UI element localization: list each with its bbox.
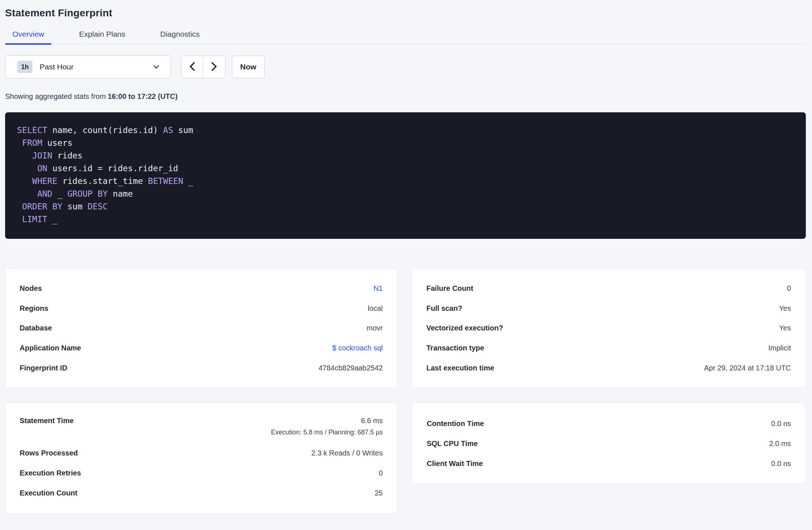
time-step-group xyxy=(181,56,225,78)
row-fingerprint-id: Fingerprint ID 4784cb829aab2542 xyxy=(20,358,383,378)
sql-line: FROM users xyxy=(17,137,794,149)
aggregation-summary-range: 16:00 to 17:22 (UTC) xyxy=(108,92,177,100)
stat-label: Database xyxy=(20,324,52,332)
time-range-dropdown[interactable]: 1h Past Hour xyxy=(5,55,171,79)
tab-explain-plans[interactable]: Explain Plans xyxy=(72,30,133,44)
statement-time-values: 6.6 ms Execution: 5.8 ms / Planning: 687… xyxy=(271,414,383,438)
tab-bar: Overview Explain Plans Diagnostics xyxy=(5,30,806,44)
sql-line: ON users.id = rides.rider_id xyxy=(17,162,794,175)
stat-value: movr xyxy=(367,324,383,332)
tab-overview[interactable]: Overview xyxy=(5,30,52,44)
stat-subvalue: Execution: 5.8 ms / Planning: 687.5 µs xyxy=(271,427,383,438)
chevron-left-icon xyxy=(189,62,195,72)
node-link[interactable]: N1 xyxy=(373,284,383,293)
stat-label: Statement Time xyxy=(20,414,74,427)
stat-label: SQL CPU Time xyxy=(427,439,478,448)
row-failure-count: Failure Count 0 xyxy=(426,278,791,298)
sql-line: LIMIT _ xyxy=(17,213,794,226)
stat-label: Last execution time xyxy=(426,364,494,372)
stat-value: 0.0 ns xyxy=(771,419,791,428)
sql-code: SELECT name, count(rides.id) AS sum FROM… xyxy=(17,124,794,226)
card-execution-attributes: Failure Count 0 Full scan? Yes Vectorize… xyxy=(412,268,806,388)
row-regions: Regions local xyxy=(20,298,383,318)
stat-label: Contention Time xyxy=(427,419,484,428)
row-contention-time: Contention Time 0.0 ns xyxy=(427,414,791,434)
row-sql-cpu-time: SQL CPU Time 2.0 ms xyxy=(427,434,791,454)
card-statement-details: Nodes N1 Regions local Database movr App… xyxy=(5,268,398,388)
stat-value: 2.0 ms xyxy=(769,439,791,448)
stat-value: 0 xyxy=(379,469,383,477)
sql-line: WHERE rides.start_time BETWEEN _ xyxy=(17,175,794,188)
stat-value: Yes xyxy=(779,304,791,313)
app-name-link[interactable]: $ cockroach sql xyxy=(332,344,383,352)
cards-row-bottom: Statement Time 6.6 ms Execution: 5.8 ms … xyxy=(5,402,806,514)
chevron-right-icon xyxy=(211,62,217,72)
now-button[interactable]: Now xyxy=(232,56,265,78)
sql-line: ORDER BY sum DESC xyxy=(17,200,794,213)
stat-label: Failure Count xyxy=(426,284,473,293)
stat-value: 0 xyxy=(787,284,791,293)
card-statement-timings: Statement Time 6.6 ms Execution: 5.8 ms … xyxy=(5,402,398,514)
next-time-button[interactable] xyxy=(203,56,225,78)
stat-label: Execution Count xyxy=(20,489,77,497)
time-range-label: Past Hour xyxy=(40,63,73,71)
row-database: Database movr xyxy=(20,318,383,338)
time-range-badge: 1h xyxy=(17,61,32,73)
aggregation-summary-prefix: Showing aggregated stats from xyxy=(5,92,108,100)
row-execution-count: Execution Count 25 xyxy=(20,483,383,503)
stat-value: 25 xyxy=(375,489,383,497)
stat-value: Yes xyxy=(779,324,791,332)
card-wait-times: Contention Time 0.0 ns SQL CPU Time 2.0 … xyxy=(412,402,806,484)
aggregation-summary: Showing aggregated stats from 16:00 to 1… xyxy=(5,92,806,101)
stat-label: Nodes xyxy=(20,284,42,293)
row-statement-time: Statement Time 6.6 ms Execution: 5.8 ms … xyxy=(20,414,383,438)
row-vectorized: Vectorized execution? Yes xyxy=(426,318,791,338)
sql-line: SELECT name, count(rides.id) AS sum xyxy=(17,124,794,137)
page-title: Statement Fingerprint xyxy=(5,7,806,19)
stat-value: Implicit xyxy=(768,344,791,352)
stat-label: Fingerprint ID xyxy=(20,364,67,372)
row-full-scan: Full scan? Yes xyxy=(426,298,791,318)
sql-line: JOIN rides xyxy=(17,149,794,162)
stat-value: 6.6 ms xyxy=(271,414,383,427)
stat-value: 2.3 k Reads / 0 Writes xyxy=(311,449,383,457)
stat-label: Vectorized execution? xyxy=(426,324,503,332)
row-rows-processed: Rows Processed 2.3 k Reads / 0 Writes xyxy=(20,443,383,463)
row-last-execution-time: Last execution time Apr 29, 2024 at 17:1… xyxy=(426,358,791,378)
row-application-name: Application Name $ cockroach sql xyxy=(20,338,383,358)
statement-fingerprint-page: Statement Fingerprint Overview Explain P… xyxy=(0,0,812,530)
stat-label: Full scan? xyxy=(426,304,462,313)
tab-diagnostics[interactable]: Diagnostics xyxy=(153,30,207,44)
cards-row-top: Nodes N1 Regions local Database movr App… xyxy=(5,268,806,388)
stat-value: Apr 29, 2024 at 17:18 UTC xyxy=(704,364,791,372)
row-nodes: Nodes N1 xyxy=(20,278,383,298)
stat-label: Rows Processed xyxy=(20,449,78,457)
prev-time-button[interactable] xyxy=(181,56,203,78)
stat-value: 0.0 ns xyxy=(771,459,791,468)
stat-label: Execution Retries xyxy=(20,469,81,477)
stat-label: Transaction type xyxy=(426,344,484,352)
row-transaction-type: Transaction type Implicit xyxy=(426,338,791,358)
stat-value: 4784cb829aab2542 xyxy=(318,364,383,372)
row-execution-retries: Execution Retries 0 xyxy=(20,463,383,483)
time-controls: 1h Past Hour Now xyxy=(5,55,806,79)
stat-value: local xyxy=(368,304,383,313)
row-client-wait-time: Client Wait Time 0.0 ns xyxy=(427,454,791,474)
sql-statement-box: SELECT name, count(rides.id) AS sum FROM… xyxy=(5,112,806,239)
stat-label: Application Name xyxy=(20,344,81,352)
stat-label: Regions xyxy=(20,304,48,313)
chevron-down-icon xyxy=(153,65,160,69)
stat-label: Client Wait Time xyxy=(427,459,483,468)
sql-line: AND _ GROUP BY name xyxy=(17,188,794,200)
